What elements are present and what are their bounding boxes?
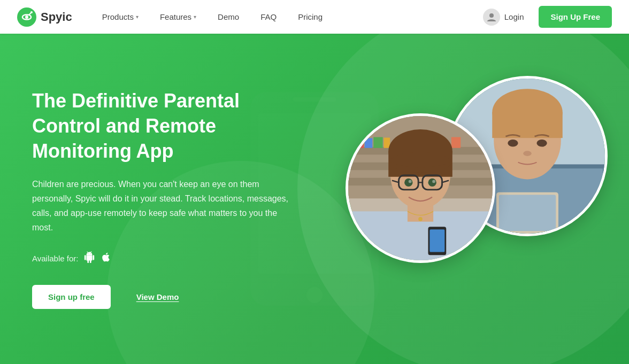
available-for-label: Available for: <box>32 254 78 263</box>
hero-buttons: Sign up free View Demo <box>32 285 294 309</box>
nav-item-faq[interactable]: FAQ <box>252 8 285 26</box>
svg-point-15 <box>508 140 518 147</box>
nav-item-features[interactable]: Features ▾ <box>151 8 205 26</box>
features-chevron-icon: ▾ <box>194 14 196 20</box>
svg-rect-27 <box>373 137 382 148</box>
svg-point-45 <box>432 180 435 183</box>
svg-rect-25 <box>354 137 364 148</box>
svg-rect-14 <box>492 112 562 138</box>
navbar: Spyic Products ▾ Features ▾ Demo FAQ Pri… <box>0 0 629 34</box>
logo-area[interactable]: Spyic <box>17 7 72 27</box>
hero-title: The Definitive Parental Control and Remo… <box>32 89 294 164</box>
hero-content: The Definitive Parental Control and Remo… <box>32 89 294 308</box>
svg-point-1 <box>25 16 28 19</box>
svg-rect-26 <box>365 138 372 148</box>
svg-point-43 <box>428 179 436 187</box>
svg-point-3 <box>489 13 494 18</box>
svg-point-42 <box>404 179 412 187</box>
nav-item-pricing[interactable]: Pricing <box>289 8 331 26</box>
apple-icon <box>101 252 111 265</box>
hero-description: Children are precious. When you can't ke… <box>32 177 294 235</box>
hero-demo-button[interactable]: View Demo <box>121 286 194 308</box>
hero-signup-button[interactable]: Sign up free <box>32 285 111 309</box>
svg-rect-19 <box>499 195 556 231</box>
svg-point-2 <box>30 11 33 13</box>
svg-point-36 <box>389 152 451 173</box>
svg-rect-28 <box>384 138 390 148</box>
nav-item-demo[interactable]: Demo <box>209 8 248 26</box>
woman-photo-circle <box>346 113 495 263</box>
user-avatar-icon <box>483 9 500 26</box>
svg-point-6 <box>306 287 323 303</box>
login-button[interactable]: Login <box>474 4 533 30</box>
hero-images <box>329 65 608 332</box>
signup-free-button[interactable]: Sign Up Free <box>539 6 612 28</box>
android-icon <box>83 251 95 266</box>
svg-rect-30 <box>451 137 461 148</box>
products-chevron-icon: ▾ <box>136 14 139 20</box>
brand-name: Spyic <box>41 10 72 24</box>
nav-right: Login Sign Up Free <box>474 4 612 30</box>
svg-point-16 <box>536 140 547 147</box>
svg-point-46 <box>418 217 423 221</box>
nav-links: Products ▾ Features ▾ Demo FAQ Pricing <box>94 8 474 26</box>
svg-point-17 <box>523 151 531 156</box>
hero-section: The Definitive Parental Control and Remo… <box>0 34 629 364</box>
spyic-logo-icon <box>17 7 36 27</box>
svg-point-44 <box>409 180 412 183</box>
svg-rect-48 <box>429 229 444 252</box>
nav-item-products[interactable]: Products ▾ <box>94 8 147 26</box>
available-for-row: Available for: <box>32 251 294 266</box>
